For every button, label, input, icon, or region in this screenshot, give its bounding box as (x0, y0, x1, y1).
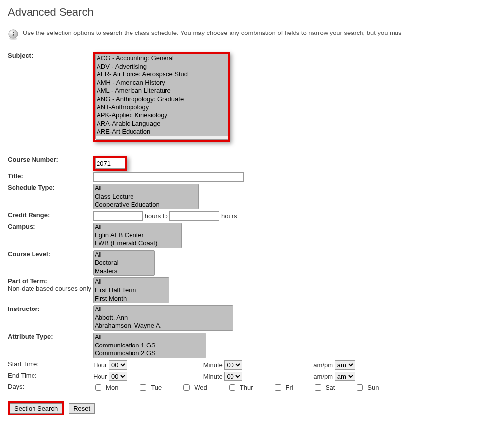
end-hour-select[interactable]: 00 (109, 372, 127, 381)
course-level-select[interactable]: AllDoctoralMasters (93, 250, 155, 276)
select-option[interactable]: Abrahamson, Wayne A. (94, 322, 233, 330)
select-option[interactable]: ACG - Accounting: General (96, 54, 228, 63)
day-checkbox-sun[interactable] (357, 384, 363, 391)
day-label-text: Mon (106, 384, 118, 391)
day-checkbox-sat[interactable] (315, 384, 321, 391)
select-option[interactable]: ADV - Advertising (96, 63, 228, 71)
day-checkbox-mon[interactable] (95, 384, 101, 391)
schedule-type-label: Schedule Type: (8, 183, 93, 210)
title-input[interactable] (93, 172, 244, 182)
part-of-term-select[interactable]: AllFirst Half TermFirst Month (93, 277, 169, 303)
select-option[interactable]: Doctoral (94, 259, 154, 267)
section-search-button[interactable]: Section Search (10, 403, 62, 414)
day-option-sat[interactable]: Sat (313, 383, 335, 392)
schedule-type-select[interactable]: AllClass LectureCooperative Education (93, 184, 199, 209)
select-option[interactable]: First Month (94, 295, 169, 303)
select-option[interactable]: All (94, 251, 154, 259)
select-option[interactable]: All (94, 333, 206, 342)
select-option[interactable]: AFR- Air Force: Aerospace Stud (96, 70, 228, 79)
start-minute-label: Minute (203, 361, 223, 369)
day-label-text: Thur (240, 384, 253, 391)
instructor-select[interactable]: AllAbbott, AnnAbrahamson, Wayne A. (93, 305, 233, 331)
day-option-mon[interactable]: Mon (93, 383, 118, 392)
search-form: Subject: ACG - Accounting: GeneralADV - … (8, 51, 381, 393)
info-row: i Use the selection options to search th… (8, 29, 486, 40)
credit-range-label: Credit Range: (8, 210, 93, 222)
credit-to-input[interactable] (169, 211, 219, 221)
end-ampm-label: am/pm (313, 373, 333, 380)
end-minute-select[interactable]: 00 (224, 372, 242, 381)
select-option[interactable]: ARE-Art Education (96, 128, 228, 136)
select-option[interactable]: All (94, 184, 198, 193)
day-option-fri[interactable]: Fri (273, 383, 293, 392)
buttons-row: Section Search Reset (8, 401, 486, 415)
days-row: MonTueWedThurFriSatSun (93, 383, 379, 392)
instructor-label: Instructor: (8, 304, 93, 332)
svg-point-1 (9, 38, 18, 40)
reset-button[interactable]: Reset (69, 403, 95, 414)
select-option[interactable]: ARA-Arabic Language (96, 120, 228, 128)
hours-text: hours (221, 212, 237, 220)
select-option[interactable]: Eglin AFB Center (94, 231, 181, 240)
select-option[interactable]: All (94, 306, 233, 314)
attribute-type-label: Attribute Type: (8, 332, 93, 359)
select-option[interactable]: Communication 1 GS (94, 342, 206, 350)
start-minute-select[interactable]: 00 (224, 360, 242, 370)
svg-text:i: i (12, 31, 14, 38)
info-icon: i (8, 29, 19, 40)
day-label-text: Fri (286, 384, 293, 391)
campus-label: Campus: (8, 222, 93, 249)
select-option[interactable]: Communication 2 GS (94, 349, 206, 358)
select-option[interactable]: Class Lecture (94, 193, 198, 201)
day-checkbox-fri[interactable] (275, 384, 281, 391)
day-option-sun[interactable]: Sun (355, 383, 379, 392)
day-option-wed[interactable]: Wed (181, 383, 207, 392)
select-option[interactable]: APK-Applied Kinesiology (96, 111, 228, 120)
day-checkbox-wed[interactable] (183, 384, 190, 391)
start-ampm-select[interactable]: am (335, 360, 355, 370)
start-hour-select[interactable]: 00 (109, 360, 127, 370)
select-option[interactable]: ANT-Anthropology (96, 103, 228, 112)
select-option[interactable]: All (94, 223, 181, 232)
day-label-text: Sat (326, 384, 335, 391)
day-label-text: Wed (194, 384, 207, 391)
day-checkbox-thur[interactable] (229, 384, 235, 391)
attribute-type-select[interactable]: AllCommunication 1 GSCommunication 2 GS (93, 333, 206, 358)
select-option[interactable]: FWB (Emerald Coast) (94, 240, 181, 248)
days-label: Days: (8, 382, 93, 393)
campus-select[interactable]: AllEglin AFB CenterFWB (Emerald Coast) (93, 223, 182, 248)
day-label-text: Sun (367, 384, 379, 391)
day-option-tue[interactable]: Tue (138, 383, 162, 392)
divider (8, 23, 486, 23)
select-option[interactable]: AMH - American History (96, 79, 228, 87)
start-ampm-label: am/pm (313, 361, 333, 369)
hours-to-text: hours to (145, 212, 168, 220)
select-option[interactable]: First Half Term (94, 286, 169, 295)
select-option[interactable]: All (94, 278, 169, 286)
end-minute-label: Minute (203, 373, 223, 380)
select-option[interactable]: Abbott, Ann (94, 314, 233, 322)
credit-from-input[interactable] (93, 211, 143, 221)
day-label-text: Tue (151, 384, 162, 391)
part-of-term-sublabel: Non-date based courses only (8, 285, 91, 292)
day-option-thur[interactable]: Thur (227, 383, 253, 392)
day-checkbox-tue[interactable] (140, 384, 146, 391)
course-level-label: Course Level: (8, 249, 93, 277)
end-ampm-select[interactable]: am (335, 372, 355, 381)
part-of-term-label: Part of Term: (8, 277, 47, 285)
select-option[interactable]: AML - American Literature (96, 87, 228, 95)
select-option[interactable]: Cooperative Education (94, 201, 198, 209)
info-text: Use the selection options to search the … (23, 29, 402, 36)
select-option[interactable]: Masters (94, 267, 154, 276)
course-number-label: Course Number: (8, 155, 93, 172)
end-hour-label: Hour (93, 373, 107, 380)
subject-select[interactable]: ACG - Accounting: GeneralADV - Advertisi… (95, 54, 228, 140)
end-time-label: End Time: (8, 371, 93, 382)
page-title: Advanced Search (8, 6, 486, 19)
select-option[interactable]: ANG - Anthropology: Graduate (96, 95, 228, 103)
start-hour-label: Hour (93, 361, 107, 369)
title-label: Title: (8, 172, 93, 183)
course-number-input[interactable] (95, 158, 125, 169)
start-time-label: Start Time: (8, 359, 93, 371)
subject-label: Subject: (8, 51, 93, 143)
